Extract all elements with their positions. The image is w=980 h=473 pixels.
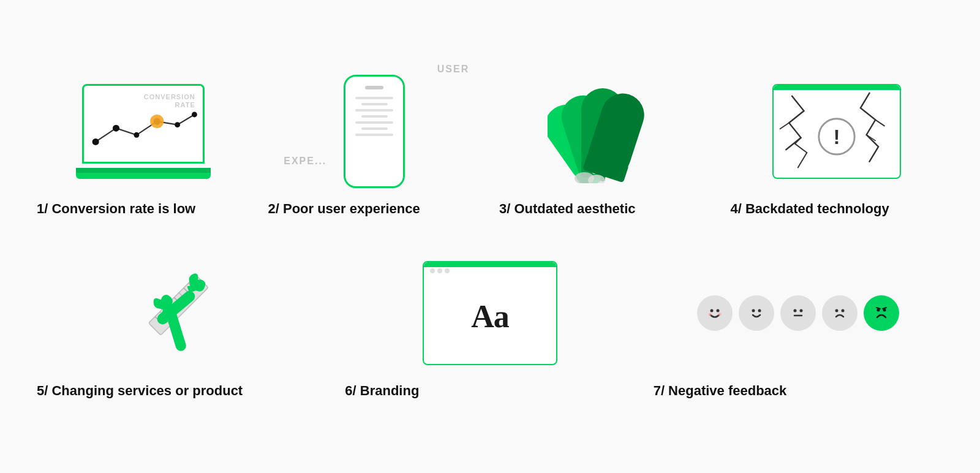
card-3-label: 3/ Outdated aesthetic [499,200,636,218]
laptop-icon: CONVERSIONRATE [76,84,211,179]
svg-point-0 [92,138,99,145]
svg-text:!: ! [834,125,840,148]
svg-point-34 [709,313,712,316]
card-5-illustration [37,255,326,371]
card-4-illustration: ! [731,73,944,189]
card-7-illustration [654,255,943,371]
card-2-label: 2/ Poor user experience [268,200,420,218]
card-5-label: 5/ Changing services or product [37,382,243,400]
main-grid: CONVERSIONRATE [0,42,980,430]
experience-label: EXPE... [284,156,326,167]
card-1: CONVERSIONRATE [37,73,250,218]
card-1-illustration: CONVERSIONRATE [37,73,250,189]
dot-2 [437,268,442,273]
svg-point-41 [835,309,839,312]
swatches-icon: COLOR [548,79,664,183]
svg-point-38 [794,309,797,312]
emoji-happy [739,295,774,331]
card-3: COLOR 3/ Outdated aesthetic [499,73,712,218]
svg-point-2 [134,132,139,138]
card-4: ! 4/ Backdated technology [731,73,944,218]
card-7: 7/ Negative feedback [654,255,943,400]
svg-point-32 [710,309,714,312]
emoji-feedback-row [697,295,899,331]
broken-screen-icon: ! [772,84,901,179]
phone-icon [344,75,405,188]
card-7-label: 7/ Negative feedback [654,382,787,400]
card-6-label: 6/ Branding [345,382,419,400]
dot-1 [430,268,435,273]
svg-line-45 [876,308,880,309]
user-label: USER [437,64,469,75]
card-3-illustration: COLOR [499,73,712,189]
tools-icon [121,260,243,367]
svg-point-37 [758,309,761,312]
svg-point-42 [842,309,845,312]
typography-icon: Aa [423,261,557,365]
svg-point-6 [192,112,197,117]
svg-point-39 [800,309,803,312]
card-2: USER EXPE... 2/ Poor user experience [268,73,481,218]
typography-letters: Aa [471,298,509,335]
dot-3 [445,268,450,273]
card-2-illustration: USER EXPE... [268,73,481,189]
emoji-neutral [780,295,816,331]
svg-point-36 [752,309,755,312]
emoji-very-happy [697,295,733,331]
emoji-unhappy [822,295,858,331]
svg-rect-31 [165,308,187,352]
svg-point-35 [718,313,722,316]
card-4-label: 4/ Backdated technology [731,200,889,218]
row-2: 5/ Changing services or product Aa 6/ Br… [37,255,943,400]
svg-point-1 [113,125,119,132]
card-6-illustration: Aa [345,255,635,371]
card-5: 5/ Changing services or product [37,255,326,400]
card-6: Aa 6/ Branding [345,255,635,400]
svg-point-4 [150,115,164,128]
svg-point-5 [175,122,180,127]
emoji-very-unhappy [864,295,899,331]
svg-line-46 [883,308,886,309]
svg-point-33 [717,309,720,312]
card-1-label: 1/ Conversion rate is low [37,200,195,218]
